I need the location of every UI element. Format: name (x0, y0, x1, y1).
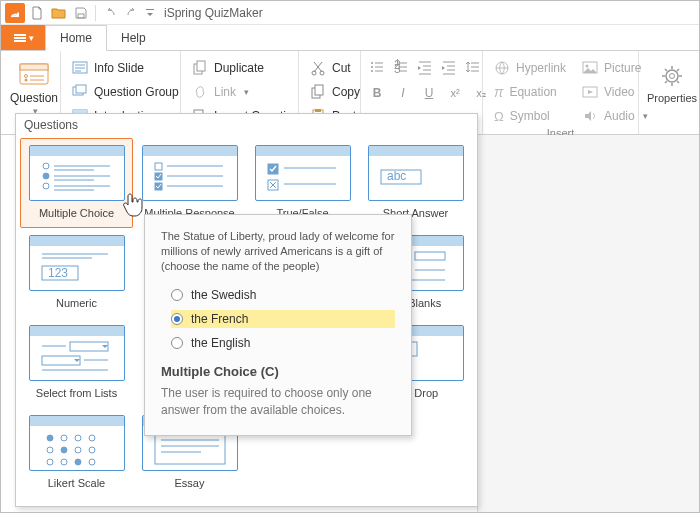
bold-icon[interactable]: B (367, 83, 387, 103)
symbol-button[interactable]: ΩSymbol (489, 105, 571, 127)
svg-text:123: 123 (48, 266, 68, 280)
app-title: iSpring QuizMaker (164, 6, 263, 20)
hyperlink-button[interactable]: Hyperlink (489, 57, 571, 79)
svg-rect-0 (78, 14, 84, 18)
questions-gallery: Questions Multiple Choice Multiple Respo… (15, 113, 478, 507)
copy-button[interactable]: Copy (305, 81, 368, 103)
svg-rect-5 (20, 64, 48, 70)
gallery-title: Questions (16, 114, 477, 138)
svg-point-35 (43, 173, 49, 179)
redo-icon[interactable] (122, 3, 142, 23)
increase-indent-icon[interactable] (439, 57, 459, 77)
tooltip-option: the Swedish (171, 288, 395, 302)
gallery-item-multiple-choice[interactable]: Multiple Choice (20, 138, 133, 228)
save-icon[interactable] (71, 3, 91, 23)
svg-rect-48 (70, 342, 108, 351)
title-bar: iSpring QuizMaker (1, 1, 699, 25)
tooltip-description: The user is required to choose only one … (161, 385, 395, 419)
gallery-item-numeric[interactable]: 123 Numeric (20, 228, 133, 318)
underline-icon[interactable]: U (419, 83, 439, 103)
svg-point-64 (89, 459, 95, 465)
svg-rect-19 (315, 85, 323, 95)
gallery-item-likert-scale[interactable]: Likert Scale (20, 408, 133, 498)
svg-rect-3 (14, 40, 26, 42)
equation-button[interactable]: πEquation (489, 81, 571, 103)
svg-rect-14 (197, 61, 205, 71)
question-group-button[interactable]: Question Group (67, 81, 184, 103)
svg-point-53 (47, 435, 53, 441)
svg-point-22 (371, 62, 373, 64)
svg-rect-37 (155, 163, 162, 170)
svg-point-30 (586, 65, 589, 68)
ribbon-tabs: ▾ Home Help (1, 25, 699, 51)
svg-point-57 (47, 447, 53, 453)
tooltip-question-text: The Statue of Liberty, proud lady of wel… (161, 229, 395, 274)
svg-rect-49 (42, 356, 80, 365)
svg-point-59 (75, 447, 81, 453)
line-spacing-icon[interactable] (463, 57, 483, 77)
svg-point-23 (371, 66, 373, 68)
svg-rect-65 (155, 432, 225, 464)
tooltip-title: Multiple Choice (C) (161, 364, 395, 379)
svg-point-60 (89, 447, 95, 453)
svg-rect-10 (76, 85, 86, 93)
svg-point-56 (89, 435, 95, 441)
svg-point-32 (666, 70, 678, 82)
qat-customize-icon[interactable] (144, 3, 156, 23)
svg-text:abc: abc (387, 169, 406, 183)
svg-point-61 (47, 459, 53, 465)
gallery-item-select-from-lists[interactable]: Select from Lists (20, 318, 133, 408)
svg-point-63 (75, 459, 81, 465)
tooltip: The Statue of Liberty, proud lady of wel… (144, 214, 412, 436)
bullets-icon[interactable] (367, 57, 387, 77)
svg-rect-46 (415, 252, 445, 260)
svg-point-24 (371, 70, 373, 72)
undo-icon[interactable] (100, 3, 120, 23)
duplicate-button[interactable]: Duplicate (187, 57, 310, 79)
app-icon[interactable] (5, 3, 25, 23)
tooltip-option: the English (171, 336, 395, 350)
svg-text:3: 3 (394, 62, 401, 75)
tooltip-option-selected: the French (171, 310, 395, 328)
svg-point-62 (61, 459, 67, 465)
italic-icon[interactable]: I (393, 83, 413, 103)
svg-point-58 (61, 447, 67, 453)
properties-button[interactable]: Properties (645, 57, 699, 109)
numbering-icon[interactable]: 123 (391, 57, 411, 77)
tab-help[interactable]: Help (107, 25, 160, 50)
superscript-icon[interactable]: x² (445, 83, 465, 103)
svg-point-55 (75, 435, 81, 441)
file-tab[interactable]: ▾ (1, 25, 45, 50)
svg-point-34 (43, 163, 49, 169)
svg-point-33 (670, 74, 675, 79)
link-button[interactable]: Link▾ (187, 81, 310, 103)
tab-home[interactable]: Home (45, 25, 107, 51)
decrease-indent-icon[interactable] (415, 57, 435, 77)
cut-button[interactable]: Cut (305, 57, 368, 79)
svg-rect-1 (14, 34, 26, 36)
svg-rect-21 (315, 109, 321, 112)
info-slide-button[interactable]: Info Slide (67, 57, 184, 79)
svg-point-36 (43, 183, 49, 189)
svg-point-7 (25, 79, 28, 82)
new-file-icon[interactable] (27, 3, 47, 23)
svg-rect-2 (14, 37, 26, 39)
open-folder-icon[interactable] (49, 3, 69, 23)
svg-point-54 (61, 435, 67, 441)
